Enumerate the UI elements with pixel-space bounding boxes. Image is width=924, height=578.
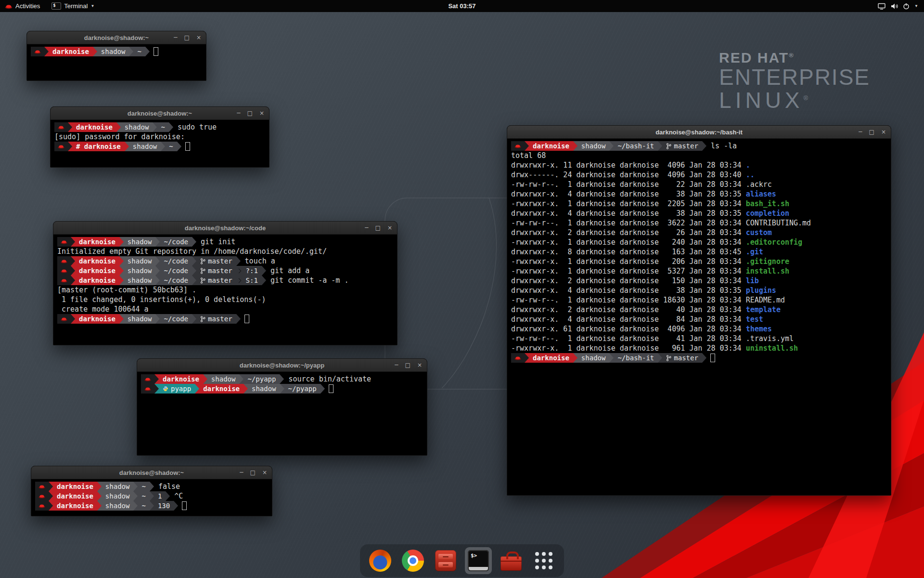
terminal-window: darknoise@shadow:~ ─ □ × darknoiseshadow…: [50, 106, 270, 168]
powerline-separator: [154, 384, 159, 394]
powerline-separator: [166, 491, 170, 501]
minimize-button[interactable]: ─: [174, 35, 177, 40]
powerline-separator: [161, 142, 165, 151]
close-button[interactable]: ×: [259, 110, 264, 116]
minimize-button[interactable]: ─: [365, 225, 368, 231]
powerline-separator: [129, 47, 133, 56]
powerline-separator: [192, 276, 196, 285]
powerline-separator: [71, 237, 75, 247]
dock-item-firefox[interactable]: [367, 547, 394, 574]
redhat-icon: [38, 484, 45, 489]
user-segment: darknoise: [75, 276, 119, 285]
terminal-window: darknoise@shadow:~/code ─ □ × darknoises…: [53, 221, 398, 345]
terminal-line: darknoiseshadow~/codemaster: [57, 314, 393, 324]
close-button[interactable]: ×: [196, 35, 201, 40]
powerline-separator: [133, 482, 138, 491]
minimize-button[interactable]: ─: [395, 362, 398, 368]
hat-segment: [511, 141, 525, 151]
user-segment: darknoise: [529, 353, 573, 363]
powerline-separator: [155, 256, 160, 266]
maximize-button[interactable]: □: [375, 225, 381, 231]
powerline-separator: [150, 482, 154, 491]
activities-button[interactable]: Activities: [0, 0, 45, 12]
window-titlebar[interactable]: darknoise@shadow:~/pyapp ─ □ ×: [137, 359, 427, 372]
python-icon: [163, 386, 168, 392]
maximize-button[interactable]: □: [869, 129, 874, 135]
terminal-line: -rwxrwxr-x. 1 darknoise darknoise 240 Ja…: [511, 237, 887, 247]
system-tray[interactable]: ▼: [872, 0, 924, 12]
firefox-icon: [369, 550, 391, 572]
terminal-line: darknoiseshadow~false: [35, 482, 268, 491]
maximize-button[interactable]: □: [184, 35, 190, 40]
terminal-body[interactable]: darknoiseshadow~/bash-itmasterls -latota…: [507, 139, 891, 495]
user-segment: darknoise: [53, 482, 97, 491]
app-menu[interactable]: Terminal ▼: [47, 0, 99, 12]
dock-item-software[interactable]: [498, 547, 525, 574]
power-icon: [903, 3, 910, 10]
close-button[interactable]: ×: [262, 470, 267, 475]
terminal-window: darknoise@shadow:~ ─ □ × darknoiseshadow…: [26, 31, 206, 81]
terminal-body[interactable]: darknoiseshadow~/pyappsource bin/activat…: [137, 372, 427, 455]
redhat-icon: [144, 377, 151, 381]
user-segment: darknoise: [75, 314, 119, 324]
terminal-body[interactable]: darknoiseshadow~falsedarknoiseshadow~1^C…: [31, 479, 272, 516]
window-titlebar[interactable]: darknoise@shadow:~/bash-it ─ □ ×: [507, 126, 891, 139]
redhat-icon: [34, 49, 41, 54]
window-titlebar[interactable]: darknoise@shadow:~ ─ □ ×: [51, 107, 269, 120]
terminal-cursor: [154, 47, 158, 56]
user-segment: # darknoise: [72, 142, 125, 151]
terminal-text-plain: drwxrwxr-x. 4 darknoise darknoise 38 Jan…: [511, 190, 746, 198]
maximize-button[interactable]: □: [405, 362, 411, 368]
dock-item-terminal[interactable]: [465, 547, 492, 574]
dock-item-files[interactable]: [432, 547, 459, 574]
minimize-button[interactable]: ─: [237, 110, 240, 116]
terminal-line: darknoiseshadow~/pyappsource bin/activat…: [141, 374, 423, 384]
clock[interactable]: Sat 03:57: [448, 2, 475, 10]
terminal-line: -rwxrwxr-x. 1 darknoise darknoise 961 Ja…: [511, 343, 887, 353]
terminal-text-plain: total 68: [511, 151, 546, 160]
terminal-text-dir: test: [746, 315, 763, 324]
close-button[interactable]: ×: [881, 129, 886, 135]
path-segment: ~/bash-it: [614, 141, 658, 151]
window-titlebar[interactable]: darknoise@shadow:~ ─ □ ×: [31, 466, 272, 479]
powerline-separator: [169, 122, 173, 132]
powerline-separator: [150, 491, 154, 501]
git-branch-icon: [666, 355, 671, 361]
terminal-line: drwx------. 24 darknoise darknoise 4096 …: [511, 170, 887, 180]
terminal-text-cmd: touch a: [245, 257, 275, 265]
powerline-separator: [658, 353, 662, 363]
minimize-button[interactable]: ─: [240, 470, 243, 475]
minimize-button[interactable]: ─: [859, 129, 862, 135]
close-button[interactable]: ×: [417, 362, 422, 368]
maximize-button[interactable]: □: [250, 470, 256, 475]
powerline-separator: [49, 482, 53, 491]
window-title: darknoise@shadow:~/bash-it: [507, 129, 891, 136]
path-segment: ~: [157, 122, 168, 132]
window-titlebar[interactable]: darknoise@shadow:~/code ─ □ ×: [53, 222, 397, 235]
hat-segment: [54, 122, 68, 132]
host-segment: shadow: [578, 141, 610, 151]
terminal-text-plain: drwxrwxr-x. 8 darknoise darknoise 163 Ja…: [511, 248, 746, 256]
git-segment: master: [196, 276, 236, 285]
powerline-separator: [116, 122, 121, 132]
app-menu-label: Terminal: [64, 2, 88, 10]
terminal-body[interactable]: darknoiseshadow~/codegit initInitialized…: [53, 235, 397, 345]
dock-item-app-grid[interactable]: [530, 547, 557, 574]
thin-separator-icon: [236, 276, 242, 285]
dock: [360, 544, 564, 577]
terminal-body[interactable]: darknoiseshadow~: [27, 44, 206, 80]
window-title: darknoise@shadow:~/code: [53, 224, 397, 232]
dock-item-chromium[interactable]: [399, 547, 426, 574]
maximize-button[interactable]: □: [247, 110, 253, 116]
user-segment: darknoise: [75, 266, 119, 276]
redhat-icon: [61, 316, 67, 321]
git-segment: master: [196, 256, 236, 266]
powerline-separator: [280, 374, 284, 384]
path-segment: ~: [165, 142, 177, 151]
terminal-body[interactable]: darknoiseshadow~sudo true[sudo] password…: [51, 120, 269, 167]
window-titlebar[interactable]: darknoise@shadow:~ ─ □ ×: [27, 31, 206, 44]
terminal-text-plain: -rw-rw-r--. 1 darknoise darknoise 3622 J…: [511, 219, 811, 227]
user-segment: darknoise: [199, 384, 244, 394]
gitstat-segment: S:1: [242, 276, 262, 285]
close-button[interactable]: ×: [387, 225, 392, 231]
